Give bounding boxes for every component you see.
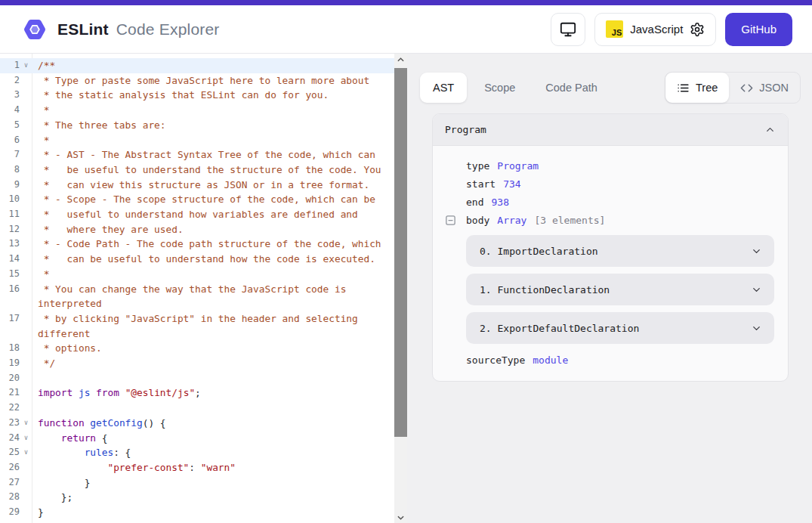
property-value: Array — [497, 215, 526, 226]
code-line[interactable]: 10 * - Scope - The scope structure of th… — [0, 192, 394, 207]
code-text — [32, 401, 38, 416]
fold-spacer — [20, 222, 32, 237]
line-number: 13 — [0, 237, 20, 252]
fold-spacer — [20, 147, 32, 162]
code-line[interactable]: 7 * - AST - The Abstract Syntax Tree of … — [0, 147, 394, 162]
fold-spacer — [20, 118, 32, 133]
code-line[interactable]: 9 * can view this structure as JSON or i… — [0, 178, 394, 193]
line-number — [0, 296, 20, 311]
fold-spacer — [20, 207, 32, 222]
code-text: * Type or paste some JavaScript here to … — [32, 73, 369, 88]
fold-toggle-icon[interactable]: ∨ — [20, 445, 32, 460]
monitor-icon — [560, 21, 576, 38]
code-text: * - Scope - The scope structure of the c… — [32, 192, 375, 207]
ast-child-node[interactable]: 1. FunctionDeclaration — [466, 274, 774, 305]
scrollbar-down-icon[interactable] — [394, 512, 407, 523]
tab-ast[interactable]: AST — [420, 73, 467, 103]
line-number: 9 — [0, 178, 20, 193]
code-line[interactable]: 4 * — [0, 103, 394, 118]
code-line[interactable]: 3 * the static analysis that ESLint can … — [0, 88, 394, 103]
view-tree-label: Tree — [696, 82, 718, 94]
code-line[interactable]: 5 * The three tabs are: — [0, 118, 394, 133]
fold-spacer — [20, 88, 32, 103]
fold-toggle-icon[interactable]: ∨ — [20, 58, 32, 73]
property-key: type — [466, 160, 489, 172]
line-number: 21 — [0, 385, 20, 401]
code-line[interactable]: 8 * be useful to understand the structur… — [0, 162, 394, 178]
code-line[interactable]: 15 * — [0, 267, 394, 282]
theme-toggle-button[interactable] — [551, 13, 585, 46]
ast-root-header[interactable]: Program — [433, 114, 788, 146]
code-line[interactable]: 24∨ return { — [0, 431, 394, 446]
code-line[interactable]: 27 } — [0, 475, 394, 491]
ast-child-node[interactable]: 2. ExportDefaultDeclaration — [466, 312, 774, 344]
collapse-toggle-icon[interactable] — [445, 215, 456, 226]
code-line[interactable]: 14 * can be useful to understand how the… — [0, 252, 394, 267]
github-button[interactable]: GitHub — [725, 13, 792, 46]
brand: ESLint Code Explorer — [20, 16, 220, 43]
code-line[interactable]: 18 * options. — [0, 341, 394, 356]
fold-spacer — [20, 356, 32, 371]
code-line[interactable]: 29} — [0, 505, 394, 520]
code-text: * — [32, 103, 49, 118]
property-value: 938 — [491, 197, 508, 208]
analysis-panel: AST Scope Code Path Tree — [407, 54, 812, 523]
code-text: * You can change the way that the JavaSc… — [32, 282, 346, 297]
view-json-button[interactable]: JSON — [729, 73, 800, 103]
code-text: rules: { — [32, 445, 131, 460]
line-number: 29 — [0, 505, 20, 520]
ast-node-card: Program typeProgramstart734end938bodyArr… — [432, 113, 789, 382]
line-number: 25 — [0, 445, 20, 460]
editor-scrollbar[interactable] — [394, 54, 407, 523]
code-text: } — [32, 505, 44, 520]
ast-child-label: 0. ImportDeclaration — [480, 246, 598, 257]
code-rows: 1∨/**2 * Type or paste some JavaScript h… — [0, 54, 394, 523]
code-line[interactable]: 16 * You can change the way that the Jav… — [0, 282, 394, 297]
code-line[interactable]: 26 "prefer-const": "warn" — [0, 460, 394, 475]
code-line[interactable]: 20 — [0, 371, 394, 386]
chevron-down-icon — [751, 246, 762, 257]
fold-spacer — [20, 252, 32, 267]
line-number: 19 — [0, 356, 20, 371]
code-line[interactable]: 1∨/** — [0, 58, 394, 73]
code-line[interactable]: 23∨function getConfig() { — [0, 416, 394, 431]
line-number: 7 — [0, 147, 20, 162]
tab-scope[interactable]: Scope — [471, 73, 528, 103]
code-line[interactable]: different — [0, 326, 394, 342]
code-line[interactable]: 19 */ — [0, 356, 394, 371]
scrollbar-thumb[interactable] — [394, 68, 407, 437]
code-editor[interactable]: 1∨/**2 * Type or paste some JavaScript h… — [0, 54, 407, 523]
line-number: 18 — [0, 341, 20, 356]
code-line[interactable]: interpreted — [0, 296, 394, 311]
view-tree-button[interactable]: Tree — [665, 73, 729, 103]
list-icon — [677, 82, 690, 94]
language-select-button[interactable]: JS JavaScript — [594, 13, 716, 46]
code-line[interactable]: 12 * where they are used. — [0, 222, 394, 237]
property-value: 734 — [503, 178, 520, 190]
tab-code-path[interactable]: Code Path — [533, 73, 610, 103]
line-number: 3 — [0, 88, 20, 103]
code-text: * — [32, 267, 49, 282]
code-text: * — [32, 133, 49, 148]
fold-toggle-icon[interactable]: ∨ — [20, 416, 32, 431]
code-line[interactable]: 6 * — [0, 133, 394, 148]
ast-child-node[interactable]: 0. ImportDeclaration — [466, 235, 774, 267]
code-line[interactable]: 28 }; — [0, 490, 394, 505]
fold-spacer — [20, 401, 32, 416]
line-number: 8 — [0, 162, 20, 178]
code-text: * the static analysis that ESLint can do… — [32, 88, 329, 103]
code-line[interactable]: 17 * by clicking "JavaScript" in the hea… — [0, 311, 394, 326]
fold-spacer — [20, 371, 32, 386]
code-line[interactable]: 13 * - Code Path - The code path structu… — [0, 237, 394, 252]
code-text: * options. — [32, 341, 102, 356]
scrollbar-up-icon[interactable] — [394, 54, 407, 65]
code-line[interactable]: 11 * useful to understand how variables … — [0, 207, 394, 222]
code-text: * can be useful to understand how the co… — [32, 252, 375, 267]
fold-spacer — [20, 475, 32, 491]
code-line[interactable]: 2 * Type or paste some JavaScript here t… — [0, 73, 394, 88]
code-line[interactable]: 21import js from "@eslint/js"; — [0, 385, 394, 401]
line-number: 28 — [0, 490, 20, 505]
fold-toggle-icon[interactable]: ∨ — [20, 431, 32, 446]
code-line[interactable]: 25∨ rules: { — [0, 445, 394, 460]
code-line[interactable]: 22 — [0, 401, 394, 416]
